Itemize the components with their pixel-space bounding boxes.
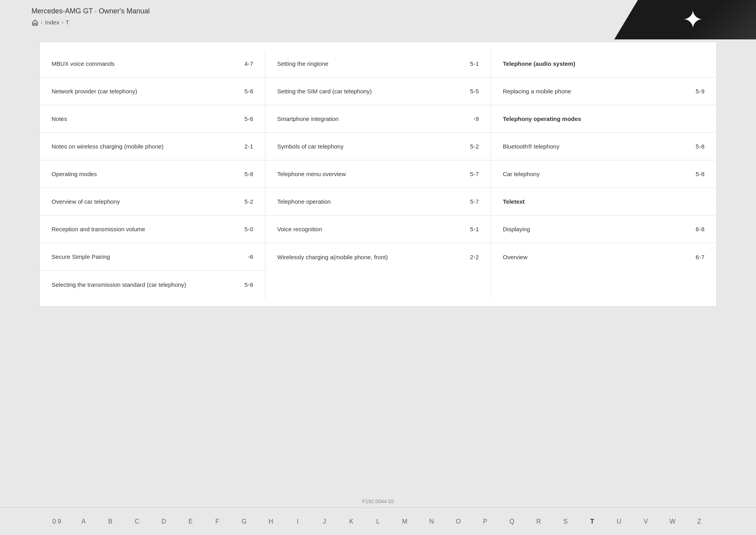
list-item[interactable]: Notes on wireless charging (mobile phone… [40,133,265,160]
list-item[interactable]: MBUX voice commands 4›7 [40,50,265,78]
list-item[interactable]: Voice recognition 5›1 [265,215,491,243]
nav-letter-J[interactable]: J [311,514,338,529]
entry-page: 2›1 [245,143,253,150]
list-item[interactable]: Overview of car telephony 5›2 [40,188,265,215]
entry-page: 5›1 [470,226,479,232]
nav-letter-D[interactable]: D [150,514,177,529]
breadcrumb-sep-2: › [62,20,63,25]
section-header: Teletext [491,188,716,215]
entry-label: MBUX voice commands [52,60,245,67]
entry-label: Reception and transmission volume [52,226,245,232]
section-header: Telephony operating modes [491,105,716,133]
list-item[interactable]: Displaying 6›8 [491,215,716,243]
nav-letter-R[interactable]: R [525,514,552,529]
list-item[interactable]: Car telephony 5›8 [491,160,716,188]
entry-page: 5›6 [245,281,253,288]
entry-label: Symbols of car telephony [277,143,470,150]
nav-letter-S[interactable]: S [552,514,579,529]
breadcrumb-sep-1: › [41,20,43,25]
section-header: Telephone (audio system) [491,50,716,78]
list-item[interactable]: Reception and transmission volume 5›0 [40,215,265,243]
entry-page: 5›8 [245,171,253,177]
entry-page: 5›6 [245,88,253,95]
nav-letter-I[interactable]: I [284,514,311,529]
nav-letter-V[interactable]: V [632,514,659,529]
entry-label: Notes [52,115,245,122]
nav-letter-09[interactable]: 0 9 [43,514,70,529]
column-2: Setting the ringtone 5›1 Setting the SIM… [265,50,491,298]
page-title: Mercedes-AMG GT · Owner's Manual [32,7,724,15]
list-item[interactable]: Operating modes 5›8 [40,160,265,188]
entry-label: Smartphone integration [277,115,474,122]
entry-label: Overview [503,254,696,260]
nav-letter-M[interactable]: M [391,514,418,529]
entry-label: Operating modes [52,171,245,177]
list-item[interactable]: Telephone operation 5›7 [265,188,491,215]
nav-letter-Q[interactable]: Q [498,514,525,529]
entry-label: Replacing a mobile phone [503,88,696,95]
index-columns: MBUX voice commands 4›7 Network provider… [40,50,716,298]
entry-page: ›9 [474,115,479,122]
nav-letter-E[interactable]: E [177,514,204,529]
list-item[interactable]: Setting the SIM card (car telephony) 5›5 [265,78,491,105]
mercedes-star-icon: ✦ [682,7,704,32]
entry-label: Network provider (car telephony) [52,88,245,95]
nav-letter-F[interactable]: F [204,514,231,529]
list-item[interactable]: Replacing a mobile phone 5›9 [491,78,716,105]
list-item[interactable]: Selecting the transmission standard (car… [40,271,265,298]
entry-label: Bluetooth® telephony [503,143,696,150]
entry-page: 5›5 [470,88,479,95]
entry-label: Displaying [503,226,696,232]
list-item[interactable]: Notes 5›6 [40,105,265,133]
column-1: MBUX voice commands 4›7 Network provider… [40,50,265,298]
nav-letter-L[interactable]: L [365,514,391,529]
breadcrumb-index[interactable]: Index [45,19,59,26]
entry-label: Setting the ringtone [277,60,470,67]
nav-letter-A[interactable]: A [70,514,97,529]
entry-page: 2›2 [470,254,479,260]
entry-label: Voice recognition [277,226,470,232]
nav-letter-C[interactable]: C [124,514,150,529]
list-item[interactable]: Network provider (car telephony) 5›6 [40,78,265,105]
entry-label: Telephone operation [277,198,470,205]
entry-page: 5›6 [245,115,253,122]
nav-letter-K[interactable]: K [338,514,365,529]
entry-page: 6›8 [696,226,704,232]
nav-letter-P[interactable]: P [472,514,498,529]
list-item[interactable]: Bluetooth® telephony 5›8 [491,133,716,160]
entry-page: 5›8 [696,171,704,177]
entry-page: ›6 [248,253,253,260]
nav-letter-W[interactable]: W [659,514,686,529]
nav-letter-T[interactable]: T [579,514,606,529]
list-item[interactable]: Smartphone integration ›9 [265,105,491,133]
home-icon[interactable] [32,19,39,26]
entry-label: Overview of car telephony [52,198,245,205]
list-item[interactable]: Symbols of car telephony 5›2 [265,133,491,160]
list-item[interactable]: Overview 6›7 [491,243,716,271]
entry-page: 5›7 [470,198,479,205]
section-header-label: Telephony operating modes [503,115,704,122]
list-item[interactable]: Secure Simple Pairing ›6 [40,243,265,271]
bottom-nav: 0 9ABCDEFGHIJKLMNOPQRSTUVWZ [0,507,756,535]
list-item[interactable]: Setting the ringtone 5›1 [265,50,491,78]
entry-label: Secure Simple Pairing [52,253,248,260]
nav-letter-Z[interactable]: Z [686,514,713,529]
entry-page: 4›7 [245,60,253,67]
entry-label: Notes on wireless charging (mobile phone… [52,143,245,150]
nav-letter-N[interactable]: N [418,514,445,529]
entry-page: 5›8 [696,143,704,150]
entry-page: 5›9 [696,88,704,95]
nav-letter-B[interactable]: B [97,514,124,529]
logo-area: ✦ [614,0,756,39]
column-3: Telephone (audio system) Replacing a mob… [491,50,716,298]
nav-letter-G[interactable]: G [231,514,258,529]
nav-letter-H[interactable]: H [258,514,284,529]
list-item[interactable]: Telephone menu overview 5›7 [265,160,491,188]
breadcrumb-current: T [66,19,69,26]
footer-code: F192 0044 02 [0,498,756,504]
nav-letter-U[interactable]: U [606,514,632,529]
entry-label: Telephone menu overview [277,171,470,177]
list-item[interactable]: Wirelessly charging a(mobile phone, fron… [265,243,491,271]
nav-letter-O[interactable]: O [445,514,472,529]
entry-page: 6›7 [696,254,704,260]
